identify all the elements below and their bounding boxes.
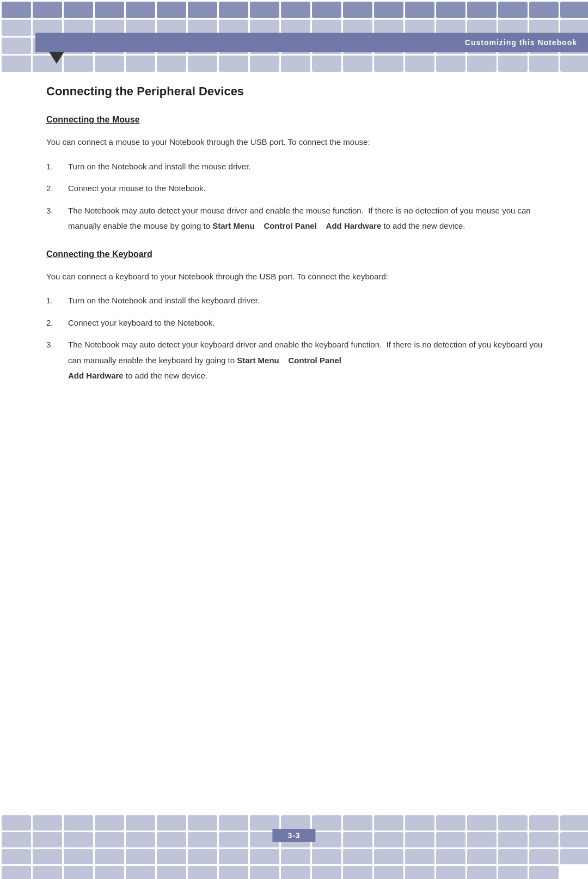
tile	[467, 849, 497, 864]
tile	[312, 832, 341, 847]
tile	[281, 866, 310, 879]
mouse-section: Connecting the Mouse You can connect a m…	[46, 115, 553, 234]
tile	[312, 849, 341, 864]
tile	[250, 815, 279, 831]
bold-start-menu: Start Menu	[212, 221, 255, 230]
keyboard-intro-text: You can connect a keyboard to your Noteb…	[46, 269, 553, 285]
list-item: 2. Connect your mouse to the Notebook.	[46, 181, 553, 197]
tile	[436, 2, 465, 18]
keyboard-steps-list: 1. Turn on the Notebook and install the …	[46, 293, 553, 384]
tile	[126, 56, 155, 72]
tile	[498, 849, 528, 864]
tile	[374, 832, 403, 847]
tile	[64, 866, 93, 879]
bold-add-hardware-kb: Add Hardware	[68, 371, 124, 380]
tile	[33, 2, 62, 18]
tile	[95, 815, 124, 831]
tile	[343, 832, 372, 847]
section-arrow-icon	[49, 52, 64, 64]
list-text: The Notebook may auto detect your keyboa…	[68, 337, 553, 384]
tile	[343, 849, 372, 864]
tile	[64, 815, 93, 831]
tile	[374, 866, 403, 879]
tile	[64, 832, 93, 847]
tile	[126, 2, 155, 18]
tile	[436, 832, 465, 847]
list-text: The Notebook may auto detect your mouse …	[68, 203, 553, 234]
main-content: Connecting the Peripheral Devices Connec…	[46, 79, 553, 814]
tile	[33, 866, 62, 879]
header-banner-text: Customizing this Notebook	[465, 38, 577, 47]
tile	[498, 866, 528, 879]
tile	[33, 849, 62, 864]
tile	[529, 849, 559, 864]
list-number: 3.	[46, 203, 68, 219]
list-text: Turn on the Notebook and install the key…	[68, 293, 553, 309]
tile	[374, 815, 403, 831]
tile	[95, 832, 124, 847]
tile	[33, 832, 62, 847]
tile	[436, 866, 465, 879]
page-title: Connecting the Peripheral Devices	[46, 84, 553, 99]
list-text: Connect your keyboard to the Notebook.	[68, 315, 553, 331]
tile	[560, 815, 588, 831]
tile	[405, 815, 434, 831]
list-item: 1. Turn on the Notebook and install the …	[46, 293, 553, 309]
tile	[219, 2, 248, 18]
tile	[312, 815, 341, 831]
tile	[467, 832, 497, 847]
tile	[281, 815, 310, 831]
tile	[95, 866, 124, 879]
bold-control-panel: Control Panel	[264, 221, 317, 230]
tile	[436, 815, 465, 831]
tile	[157, 815, 186, 831]
tile	[188, 2, 217, 18]
tile	[250, 866, 279, 879]
tile	[126, 866, 155, 879]
tile	[2, 2, 31, 18]
tile	[219, 832, 248, 847]
tile	[126, 815, 155, 831]
tile	[343, 56, 372, 72]
tile	[250, 2, 279, 18]
mouse-steps-list: 1. Turn on the Notebook and install the …	[46, 159, 553, 234]
tile	[467, 815, 497, 831]
mouse-section-heading: Connecting the Mouse	[46, 115, 553, 125]
list-number: 1.	[46, 293, 68, 309]
tile	[2, 866, 31, 879]
tile	[529, 56, 559, 72]
tile	[33, 815, 62, 831]
tile	[2, 849, 31, 864]
tile	[498, 832, 528, 847]
tile	[374, 2, 403, 18]
tile	[188, 56, 217, 72]
list-number: 3.	[46, 337, 68, 353]
tile	[405, 866, 434, 879]
tile	[188, 815, 217, 831]
tile	[281, 849, 310, 864]
tile	[467, 2, 497, 18]
list-item: 3. The Notebook may auto detect your mou…	[46, 203, 553, 234]
page-number-banner: 3-3	[272, 829, 315, 842]
tile	[529, 2, 559, 18]
tile	[2, 20, 31, 36]
tile	[157, 849, 186, 864]
list-number: 1.	[46, 159, 68, 175]
list-text: Turn on the Notebook and install the mou…	[68, 159, 553, 175]
tile	[219, 849, 248, 864]
tile	[126, 849, 155, 864]
list-item: 1. Turn on the Notebook and install the …	[46, 159, 553, 175]
tile	[126, 832, 155, 847]
tile	[219, 866, 248, 879]
tile	[95, 2, 124, 18]
tile	[436, 849, 465, 864]
bold-control-panel-kb: Control Panel	[288, 356, 341, 365]
tile	[157, 866, 186, 879]
tile	[2, 815, 31, 831]
tile	[64, 849, 93, 864]
header-banner: Customizing this Notebook	[35, 33, 588, 52]
tile	[188, 832, 217, 847]
list-number: 2.	[46, 315, 68, 331]
tile	[467, 866, 497, 879]
tile	[219, 815, 248, 831]
